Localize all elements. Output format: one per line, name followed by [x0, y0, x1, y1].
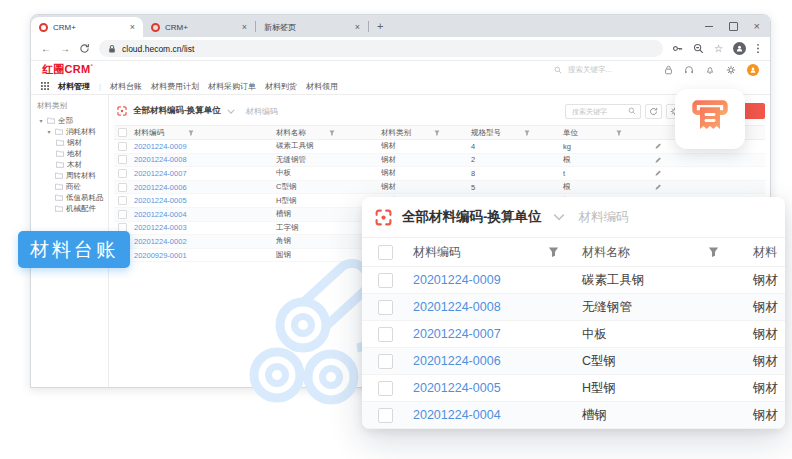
- cell-code[interactable]: 20201224-0006: [128, 183, 269, 192]
- filter-icon[interactable]: [329, 130, 335, 136]
- zoom-icon[interactable]: [693, 43, 704, 54]
- key-icon[interactable]: [672, 43, 683, 54]
- cell-code[interactable]: 20201224-0002: [128, 237, 269, 246]
- edit-icon[interactable]: [654, 183, 662, 191]
- browser-tab-2[interactable]: CRM+ ×: [143, 17, 255, 37]
- cell-code[interactable]: 20201224-0003: [128, 223, 269, 232]
- nav-item-purchase-order[interactable]: 材料采购订单: [208, 81, 256, 92]
- nav-module-title[interactable]: 材料管理: [58, 81, 90, 92]
- row-checkbox[interactable]: [118, 142, 127, 151]
- column-header-spec[interactable]: 规格型号: [464, 128, 556, 138]
- tree-item-low-value[interactable]: 低值易耗品: [31, 192, 108, 203]
- new-tab-button[interactable]: +: [377, 21, 383, 32]
- row-checkbox[interactable]: [118, 169, 127, 178]
- cell-code[interactable]: 20201224-0005: [406, 381, 572, 395]
- caret-down-icon[interactable]: ▾: [38, 117, 44, 124]
- row-checkbox[interactable]: [118, 183, 127, 192]
- tree-item-all[interactable]: ▾ 全部: [31, 115, 108, 126]
- column-header-code[interactable]: 材料编码: [128, 128, 269, 138]
- table-row[interactable]: 20201224-0006C型钢钢材: [362, 348, 785, 375]
- cell-code[interactable]: 20201224-0006: [406, 354, 572, 368]
- filter-icon[interactable]: [708, 247, 719, 258]
- tab-close-icon[interactable]: ×: [355, 23, 360, 32]
- table-row[interactable]: 20201224-0005H型钢钢材: [362, 375, 785, 402]
- cell-code[interactable]: 20201224-0004: [406, 408, 572, 422]
- apps-grid-icon[interactable]: [41, 82, 49, 90]
- select-all-checkbox[interactable]: [378, 245, 393, 260]
- gear-icon[interactable]: [726, 65, 736, 75]
- nav-item-arrival[interactable]: 材料到货: [265, 81, 297, 92]
- browser-tab-1[interactable]: CRM+ ×: [31, 17, 143, 37]
- row-checkbox[interactable]: [118, 210, 127, 219]
- nav-item-requisition[interactable]: 材料领用: [306, 81, 338, 92]
- minimize-button[interactable]: [705, 26, 713, 27]
- cell-code[interactable]: 20201224-0005: [128, 196, 269, 205]
- row-checkbox[interactable]: [378, 354, 393, 369]
- cell-code[interactable]: 20201224-0008: [128, 155, 269, 164]
- forward-button[interactable]: →: [60, 44, 70, 54]
- row-checkbox[interactable]: [378, 327, 393, 342]
- panel-view-title[interactable]: 全部材料编码-换算单位: [402, 208, 542, 226]
- row-checkbox[interactable]: [378, 381, 393, 396]
- row-checkbox[interactable]: [378, 408, 393, 423]
- maximize-button[interactable]: [729, 22, 738, 31]
- edit-icon[interactable]: [654, 169, 662, 177]
- cell-code[interactable]: 20201224-0007: [128, 169, 269, 178]
- bookmark-star-icon[interactable]: ☆: [714, 44, 723, 54]
- column-header-name[interactable]: 材料名称: [572, 244, 740, 261]
- table-row[interactable]: 20201224-0009碳素工具钢钢材4kg: [114, 140, 765, 154]
- headset-icon[interactable]: [684, 65, 694, 75]
- row-checkbox[interactable]: [118, 196, 127, 205]
- column-header-code[interactable]: 材料编码: [406, 244, 572, 261]
- edit-icon[interactable]: [654, 142, 662, 150]
- browser-menu-icon[interactable]: [756, 43, 760, 54]
- tree-item-ground-material[interactable]: 地材: [31, 148, 108, 159]
- filter-icon[interactable]: [434, 130, 440, 136]
- table-row[interactable]: 20201224-0006C型钢钢材5根: [114, 181, 765, 195]
- row-checkbox[interactable]: [118, 155, 127, 164]
- header-search-input[interactable]: [566, 64, 648, 75]
- table-row[interactable]: 20201224-0007中板钢材8t: [114, 167, 765, 181]
- view-title[interactable]: 全部材料编码-换算单位: [133, 105, 221, 117]
- profile-avatar[interactable]: [733, 42, 746, 55]
- column-header-category[interactable]: 材料类别: [374, 128, 464, 138]
- cell-code[interactable]: 20201224-0009: [406, 273, 572, 287]
- lock-icon[interactable]: [664, 65, 673, 75]
- url-bar[interactable]: cloud.hecom.cn/list: [99, 40, 663, 57]
- tree-item-wood[interactable]: 木材: [31, 159, 108, 170]
- user-avatar[interactable]: [747, 64, 759, 76]
- table-row[interactable]: 20201224-0007中板钢材: [362, 321, 785, 348]
- cell-code[interactable]: 20201224-0004: [128, 210, 269, 219]
- cell-code[interactable]: 20200929-0001: [128, 251, 269, 260]
- chevron-down-icon[interactable]: [227, 109, 235, 114]
- tree-item-machine-parts[interactable]: 机械配件: [31, 203, 108, 214]
- bell-icon[interactable]: [705, 65, 715, 75]
- table-row[interactable]: 20201224-0008无缝钢管钢材2根: [114, 154, 765, 168]
- list-search-input[interactable]: [570, 107, 625, 116]
- table-row[interactable]: 20201224-0008无缝钢管钢材: [362, 294, 785, 321]
- row-checkbox[interactable]: [378, 300, 393, 315]
- table-row[interactable]: 20201224-0004槽钢钢材: [362, 402, 785, 429]
- close-button[interactable]: ×: [754, 21, 760, 32]
- tree-item-turnover-material[interactable]: 周转材料: [31, 170, 108, 181]
- list-search[interactable]: [565, 104, 641, 119]
- select-all-checkbox[interactable]: [118, 128, 127, 137]
- cell-code[interactable]: 20201224-0009: [128, 142, 269, 151]
- tree-item-concrete[interactable]: 商砼: [31, 181, 108, 192]
- tree-item-steel[interactable]: 钢材: [31, 137, 108, 148]
- cell-code[interactable]: 20201224-0008: [406, 300, 572, 314]
- tab-close-icon[interactable]: ×: [130, 23, 135, 32]
- tab-close-icon[interactable]: ×: [242, 23, 247, 32]
- nav-item-cost-plan[interactable]: 材料费用计划: [151, 81, 199, 92]
- header-search[interactable]: [554, 64, 648, 75]
- browser-tab-3[interactable]: 新标签页 ×: [256, 17, 368, 37]
- nav-item-material-ledger[interactable]: 材料台账: [110, 81, 142, 92]
- column-header-unit[interactable]: 单位: [556, 128, 640, 138]
- refresh-button[interactable]: [645, 104, 662, 119]
- tree-item-consumables[interactable]: ▾ 消耗材料: [31, 126, 108, 137]
- row-checkbox[interactable]: [378, 273, 393, 288]
- reload-button[interactable]: [79, 43, 90, 54]
- cell-code[interactable]: 20201224-0007: [406, 327, 572, 341]
- table-row[interactable]: 20201224-0009碳素工具钢钢材: [362, 267, 785, 294]
- filter-icon[interactable]: [548, 247, 559, 258]
